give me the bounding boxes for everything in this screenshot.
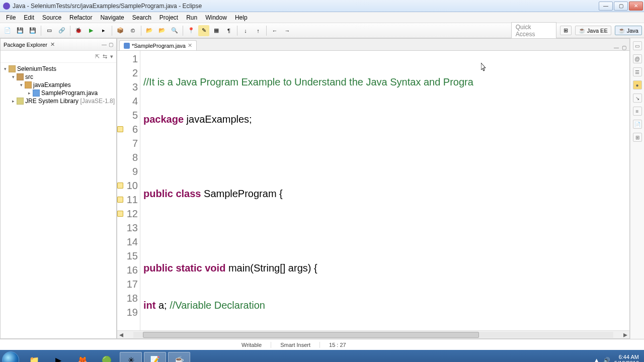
svg-rect-2 <box>25 81 32 88</box>
collapse-all-icon[interactable]: ⇱ <box>95 53 100 60</box>
tray-time: 6:44 AM <box>614 354 639 360</box>
arrow-icon[interactable]: ↘ <box>633 94 642 103</box>
tree-file[interactable]: ▸ SampleProgram.java <box>2 89 115 97</box>
perspective-java-ee[interactable]: ☕ Java EE <box>575 26 611 35</box>
status-bar: Writable Smart Insert 15 : 27 <box>0 339 644 350</box>
tree-package[interactable]: ▾ javaExamples <box>2 81 115 89</box>
menu-edit[interactable]: Edit <box>20 14 38 21</box>
toolbar: 📄 💾 💾 ▭ 🔗 🐞 ▶ ▸ 📦 © 📂 📂 🔍 📍 ✎ ▦ ¶ ↓ ↑ ← … <box>0 23 644 38</box>
taskbar-app1[interactable]: ✳ <box>120 352 142 362</box>
src-folder-icon <box>17 73 24 80</box>
close-panel-icon[interactable]: ✕ <box>50 41 55 48</box>
taskbar-firefox[interactable]: 🦊 <box>71 352 94 362</box>
new-class-button[interactable]: © <box>127 25 138 36</box>
new-package-button[interactable]: 📦 <box>115 25 126 36</box>
block-select-button[interactable]: ▦ <box>211 25 222 36</box>
view-menu-icon[interactable]: ▾ <box>110 53 113 60</box>
project-tree: ▾ SeleniumTests ▾ src ▾ javaExamples ▸ S… <box>1 63 116 107</box>
search-button[interactable]: 🔍 <box>169 25 180 36</box>
quick-access-input[interactable]: Quick Access <box>511 22 556 39</box>
menu-source[interactable]: Source <box>38 14 65 21</box>
system-tray[interactable]: ▲ 🔊 6:44 AM 5/12/2016 <box>594 354 642 362</box>
outline-icon[interactable]: ▭ <box>633 41 642 50</box>
minimize-button[interactable]: — <box>599 2 613 11</box>
editor-maximize-icon[interactable]: ▢ <box>622 45 626 50</box>
menu-file[interactable]: File <box>2 14 20 21</box>
taskbar: 📁 ▶ 🦊 🟢 ✳ 📝 ☕ ▲ 🔊 6:44 AM 5/12/2016 <box>0 350 644 362</box>
new-button[interactable]: 📄 <box>2 25 13 36</box>
editor-minimize-icon[interactable]: — <box>614 45 619 50</box>
menu-navigate[interactable]: Navigate <box>96 14 128 21</box>
save-button[interactable]: 💾 <box>15 25 26 36</box>
menu-search[interactable]: Search <box>128 14 155 21</box>
marker-icon[interactable]: ● <box>633 80 642 89</box>
svg-rect-3 <box>33 89 40 97</box>
close-tab-icon[interactable]: ✕ <box>188 42 192 49</box>
tray-flag-icon[interactable]: ▲ <box>594 357 599 362</box>
tray-date: 5/12/2016 <box>614 360 639 362</box>
editor-tab-sampleprogram[interactable]: *SampleProgram.java ✕ <box>119 40 197 50</box>
toggle-breadcrumb-button[interactable]: 📍 <box>186 25 197 36</box>
save-all-button[interactable]: 💾 <box>27 25 38 36</box>
svg-rect-0 <box>9 65 16 72</box>
svg-rect-4 <box>17 98 24 105</box>
open-task-button[interactable]: 📂 <box>156 25 168 36</box>
maximize-button[interactable]: ▢ <box>614 2 628 11</box>
project-icon <box>9 65 16 72</box>
next-annotation-button[interactable]: ↓ <box>240 25 251 36</box>
prev-annotation-button[interactable]: ↑ <box>253 25 264 36</box>
status-position: 15 : 27 <box>319 342 355 348</box>
tree-project[interactable]: ▾ SeleniumTests <box>2 65 115 73</box>
menu-run[interactable]: Run <box>182 14 201 21</box>
link-editor-icon[interactable]: ⇆ <box>103 53 107 60</box>
right-toolbar: ▭ @ ☰ ● ↘ ≡ 📄 ⊞ <box>630 38 644 339</box>
library-icon <box>17 98 24 105</box>
taskbar-eclipse[interactable]: ☕ <box>168 352 190 362</box>
taskbar-chrome[interactable]: 🟢 <box>96 352 118 362</box>
package-explorer-title: Package Explorer <box>4 42 47 48</box>
run-button[interactable]: ▶ <box>86 25 97 36</box>
menu-window[interactable]: Window <box>201 14 231 21</box>
java-file-icon <box>33 89 40 97</box>
status-insert: Smart Insert <box>271 342 319 348</box>
start-button[interactable] <box>2 351 19 362</box>
toggle-mark-button[interactable]: ✎ <box>198 25 209 36</box>
horizontal-scrollbar[interactable]: ◂ ▸ <box>117 330 629 338</box>
run-last-button[interactable]: ▸ <box>98 25 109 36</box>
toggle-button[interactable]: ▭ <box>44 25 55 36</box>
line-gutter: 12345 6789 101112 13141516171819 <box>117 51 140 330</box>
tree-icon[interactable]: ⊞ <box>633 133 642 142</box>
link-button[interactable]: 🔗 <box>56 25 67 36</box>
at-icon[interactable]: @ <box>633 54 642 63</box>
forward-button[interactable]: → <box>282 25 293 36</box>
code-area[interactable]: //It is a Java Program Example to Unders… <box>140 51 629 330</box>
code-editor[interactable]: 12345 6789 101112 13141516171819 //It is… <box>117 51 629 330</box>
panel-minimize-icon[interactable]: — <box>102 42 107 47</box>
eclipse-icon <box>3 3 10 10</box>
text-icon[interactable]: ≡ <box>633 107 642 116</box>
task-list-icon[interactable]: ☰ <box>633 67 642 76</box>
tray-network-icon[interactable]: 🔊 <box>603 357 610 363</box>
editor-panel: *SampleProgram.java ✕ —▢ 12345 6789 1011… <box>117 38 630 339</box>
menu-refactor[interactable]: Refactor <box>65 14 96 21</box>
package-explorer-panel: Package Explorer ✕ —▢ ⇱ ⇆ ▾ ▾ SeleniumTe… <box>0 38 117 339</box>
taskbar-app2[interactable]: 📝 <box>144 352 166 362</box>
taskbar-explorer[interactable]: 📁 <box>23 352 45 362</box>
open-perspective-button[interactable]: ⊞ <box>560 26 572 35</box>
close-button[interactable]: ✕ <box>629 2 643 11</box>
menu-project[interactable]: Project <box>155 14 182 21</box>
tree-jre[interactable]: ▸ JRE System Library [JavaSE-1.8] <box>2 97 115 105</box>
java-file-icon <box>124 43 130 49</box>
show-whitespace-button[interactable]: ¶ <box>223 25 234 36</box>
doc-icon[interactable]: 📄 <box>633 120 642 129</box>
panel-maximize-icon[interactable]: ▢ <box>109 42 113 47</box>
menu-help[interactable]: Help <box>231 14 252 21</box>
perspective-java[interactable]: ☕ Java <box>615 26 642 35</box>
status-writable: Writable <box>232 342 271 348</box>
back-button[interactable]: ← <box>269 25 280 36</box>
taskbar-media[interactable]: ▶ <box>47 352 69 362</box>
window-title: Java - SeleniumTests/src/javaExamples/Sa… <box>13 3 202 10</box>
tree-src[interactable]: ▾ src <box>2 73 115 81</box>
debug-button[interactable]: 🐞 <box>73 25 84 36</box>
open-type-button[interactable]: 📂 <box>144 25 155 36</box>
